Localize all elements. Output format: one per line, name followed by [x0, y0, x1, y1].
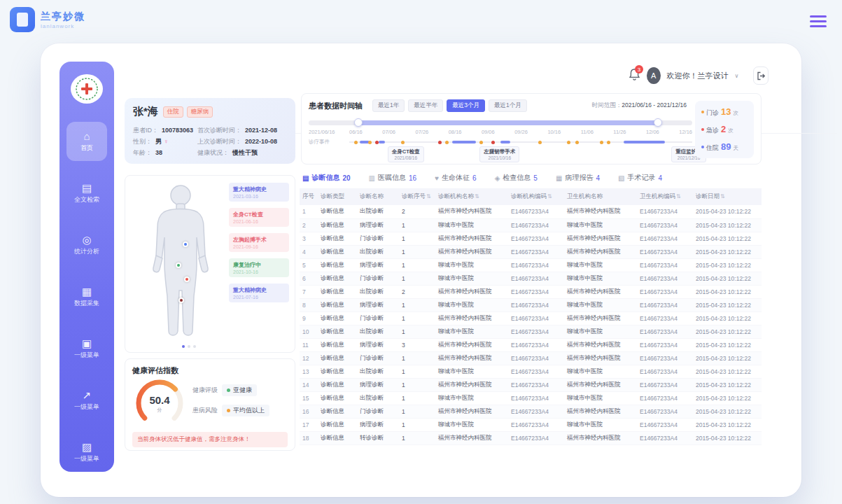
event-dot-orange[interactable] — [401, 141, 405, 144]
event-dot-orange[interactable] — [368, 141, 372, 144]
avatar[interactable]: A — [647, 67, 661, 84]
timeline-event-track — [349, 139, 692, 145]
event-dot-orange[interactable] — [567, 141, 570, 144]
event-dot-red[interactable] — [438, 141, 442, 144]
event-dot-orange[interactable] — [445, 141, 449, 144]
table-cell: 福州市神经内科医院 — [435, 431, 508, 444]
sidebar-item-menu-2[interactable]: ↗一级菜单 — [66, 381, 107, 420]
body-event-chip[interactable]: 左胸起搏手术2021-09-16 — [229, 233, 289, 252]
chevron-down-icon[interactable]: ∨ — [735, 73, 739, 79]
slider-handle-left[interactable] — [354, 118, 363, 127]
pagination-dot[interactable] — [188, 345, 190, 348]
user-greeting[interactable]: 欢迎你！兰亭设计 — [667, 71, 729, 81]
slider-handle-right[interactable] — [654, 118, 662, 127]
body-event-chip[interactable]: 重大精神病史2021-03-16 — [229, 183, 289, 202]
table-row[interactable]: 11诊断信息病理诊断3福州市神经内科医院E14667233A4福州市神经内科医院… — [300, 338, 762, 351]
timeline-tooltip[interactable]: 左腿韧带手术2021/10/16 — [479, 146, 519, 162]
body-marker-dot[interactable] — [178, 298, 184, 303]
column-header[interactable]: 诊断序号⇅ — [399, 188, 435, 205]
table-row[interactable]: 14诊断信息病理诊断1福州市神经内科医院E14667233A4福州市神经内科医院… — [300, 378, 762, 391]
table-cell: 出院诊断 — [357, 391, 399, 405]
sort-icon[interactable]: ⇅ — [426, 193, 431, 200]
table-row[interactable]: 8诊断信息病理诊断1聊城市中医院E14667233A4聊城市中医院E146672… — [300, 298, 762, 312]
table-row[interactable]: 10诊断信息出院诊断1聊城市中医院E14667233A4聊城市中医院E14667… — [300, 325, 762, 338]
column-header[interactable]: 诊断机构编码⇅ — [508, 188, 564, 205]
tab-病理报告[interactable]: ▦病理报告4 — [556, 173, 600, 183]
sidebar-item-data-collect[interactable]: ▦数据采集 — [66, 277, 107, 316]
column-header[interactable]: 诊断日期⇅ — [693, 188, 762, 205]
table-body: 1诊断信息出院诊断2福州市神经内科医院E14667233A4福州市神经内科医院E… — [300, 205, 762, 444]
body-event-chip[interactable]: 重大精神病史2021-07-16 — [229, 284, 289, 302]
timeline-filters: 最近1年最近半年最近3个月最近1个月 — [372, 99, 527, 112]
timeline-filter-button[interactable]: 最近3个月 — [447, 99, 485, 112]
table-row[interactable]: 6诊断信息门诊诊断1聊城市中医院E14667233A4聊城市中医院E146672… — [300, 272, 762, 285]
hamburger-menu-icon[interactable] — [810, 13, 827, 30]
table-cell: 1 — [399, 218, 435, 232]
sidebar-item-stat-analysis[interactable]: ◎统计分析 — [66, 225, 107, 265]
table-row[interactable]: 12诊断信息门诊诊断1福州市神经内科医院E14667233A4福州市神经内科医院… — [300, 351, 762, 365]
table-row[interactable]: 17诊断信息病理诊断1聊城市中医院E14667233A4聊城市中医院E14667… — [300, 418, 762, 431]
timeline-filter-button[interactable]: 最近半年 — [408, 99, 443, 112]
sidebar-item-menu-3[interactable]: ▨一级菜单 — [66, 433, 107, 472]
sort-icon[interactable]: ⇅ — [720, 193, 725, 200]
pagination-dot[interactable] — [193, 345, 196, 348]
table-cell: 聊城市中医院 — [564, 325, 637, 338]
tab-医嘱信息[interactable]: ▥医嘱信息16 — [369, 173, 417, 183]
sidebar-item-fulltext-search[interactable]: ▤全文检索 — [66, 174, 107, 213]
timeline-filter-button[interactable]: 最近1年 — [372, 99, 405, 112]
table-row[interactable]: 3诊断信息门诊诊断1福州市神经内科医院E14667233A4福州市神经内科医院E… — [300, 232, 762, 245]
table-row[interactable]: 15诊断信息出院诊断1聊城市中医院E14667233A4聊城市中医院E14667… — [300, 391, 762, 405]
body-marker-dot[interactable] — [184, 276, 190, 282]
sort-icon[interactable]: ⇅ — [547, 193, 552, 200]
table-row[interactable]: 1诊断信息出院诊断2福州市神经内科医院E14667233A4福州市神经内科医院E… — [300, 205, 762, 218]
event-dot-orange[interactable] — [600, 141, 603, 144]
sort-icon[interactable]: ⇅ — [676, 193, 681, 200]
timeline-filter-button[interactable]: 最近1个月 — [489, 99, 527, 112]
table-row[interactable]: 9诊断信息门诊诊断1福州市神经内科医院E14667233A4福州市神经内科医院E… — [300, 312, 762, 325]
event-dot-red[interactable] — [491, 141, 495, 144]
body-event-chip[interactable]: 全身CT检查2021-06-16 — [229, 208, 289, 227]
field-label: 性别： — [133, 137, 152, 146]
event-dot-orange[interactable] — [538, 141, 542, 144]
tab-诊断信息[interactable]: ▤诊断信息20 — [302, 173, 351, 183]
event-dot-red[interactable] — [375, 141, 379, 144]
body-marker-dot[interactable] — [176, 262, 181, 268]
event-segment — [500, 141, 511, 144]
table-row[interactable]: 2诊断信息病理诊断1聊城市中医院E14667233A4聊城市中医院E146672… — [300, 218, 762, 232]
table-row[interactable]: 18诊断信息转诊诊断1福州市神经内科医院E14667233A4福州市神经内科医院… — [300, 431, 762, 444]
timeline-card: 患者数据时间轴 最近1年最近半年最近3个月最近1个月 时间范围：2021/06/… — [301, 93, 762, 164]
timeline-tick: 11/06 — [581, 129, 594, 135]
tab-生命体征[interactable]: ♥生命体征6 — [435, 173, 477, 183]
sidebar-item-menu-1[interactable]: ▣一级菜单 — [66, 329, 107, 368]
event-dot-orange[interactable] — [354, 141, 358, 144]
timeline-range-slider[interactable] — [309, 118, 692, 127]
logout-button[interactable] — [753, 66, 769, 85]
pagination-dot[interactable] — [182, 345, 185, 348]
column-header[interactable]: 卫生机构编码⇅ — [637, 188, 693, 205]
event-dot-orange[interactable] — [607, 141, 610, 144]
table-row[interactable]: 5诊断信息病理诊断1聊城市中医院E14667233A4聊城市中医院E146672… — [300, 258, 762, 272]
table-row[interactable]: 16诊断信息门诊诊断1福州市神经内科医院E14667233A4福州市神经内科医院… — [300, 405, 762, 418]
timeline-tooltip[interactable]: 全身CT检查2021/08/16 — [388, 146, 424, 162]
tab-检查信息[interactable]: ◈检查信息5 — [495, 173, 538, 183]
table-row[interactable]: 13诊断信息出院诊断1聊城市中医院E14667233A4聊城市中医院E14667… — [300, 365, 762, 378]
patient-field: 首次诊断时间：2021-12-08 — [197, 125, 287, 136]
body-event-chip[interactable]: 康复治疗中2021-10-16 — [229, 258, 289, 277]
column-header[interactable]: 诊断机构名称⇅ — [435, 188, 508, 205]
table-cell: 福州市神经内科医院 — [435, 232, 508, 245]
sidebar-item-home[interactable]: ⌂首页 — [66, 122, 107, 161]
table-cell: 诊断信息 — [318, 325, 357, 338]
event-dot-orange[interactable] — [575, 141, 579, 144]
table-row[interactable]: 7诊断信息出院诊断2福州市神经内科医院E14667233A4福州市神经内科医院E… — [300, 285, 762, 298]
patient-tag: 住院 — [163, 106, 183, 118]
body-marker-dot[interactable] — [183, 241, 188, 247]
sidebar-item-label: 一级菜单 — [74, 402, 99, 412]
health-row-label: 患病风险 — [192, 406, 218, 415]
table-cell: E14667233A4 — [637, 418, 693, 431]
tab-手术记录[interactable]: ▧手术记录4 — [618, 173, 662, 183]
brand-logo[interactable]: 兰亭妙微 lanlanwork — [10, 7, 85, 32]
table-row[interactable]: 4诊断信息出院诊断1福州市神经内科医院E14667233A4福州市神经内科医院E… — [300, 245, 762, 258]
event-dot-orange[interactable] — [479, 141, 483, 144]
sort-icon[interactable]: ⇅ — [475, 193, 479, 200]
notification-bell-icon[interactable]: 3 — [629, 68, 640, 83]
